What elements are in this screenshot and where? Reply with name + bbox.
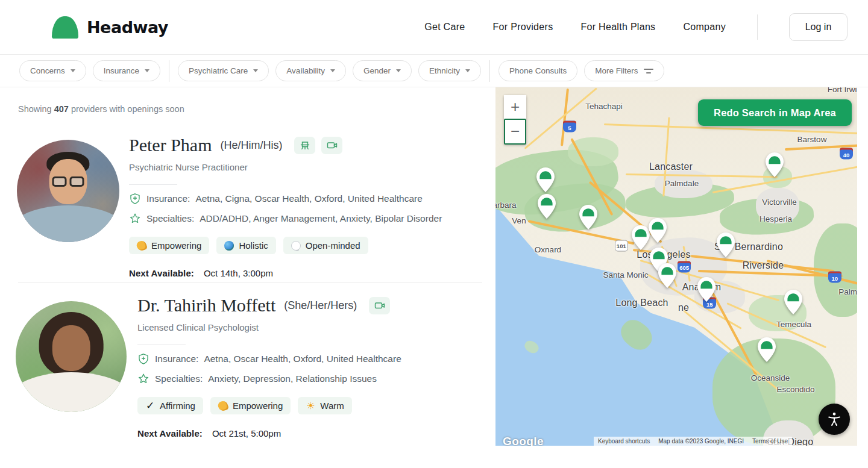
filter-insurance[interactable]: Insurance — [93, 60, 160, 81]
insurance-row: Insurance: Aetna, Cigna, Oscar Health, O… — [129, 193, 442, 205]
map-attribution-item[interactable]: Keyboard shortcuts — [594, 437, 654, 446]
provider-name[interactable]: Dr. Tahirih Moffett — [137, 295, 275, 316]
map-city-label: Long Beach — [615, 298, 668, 308]
nav-for-providers[interactable]: For Providers — [493, 22, 553, 33]
next-available-value: Oct 21st, 5:00pm — [212, 428, 281, 438]
map-city-label: Escondido — [776, 384, 814, 393]
filter-phone-consults[interactable]: Phone Consults — [498, 60, 577, 81]
map-provider-pin[interactable] — [648, 218, 667, 243]
highway-shield-10: 10 — [828, 272, 841, 283]
highway-shield-5: 5 — [563, 121, 576, 133]
map-park-area — [568, 137, 618, 166]
filter-insurance-label: Insurance — [104, 66, 139, 75]
map-city-label: Victorville — [762, 198, 797, 207]
chevron-down-icon — [253, 69, 258, 72]
provider-name[interactable]: Peter Pham — [129, 135, 212, 155]
trait-badges: EmpoweringHolisticOpen-minded — [129, 237, 442, 254]
filter-psychiatric-care[interactable]: Psychiatric Care — [178, 60, 269, 81]
globe-icon — [224, 241, 234, 251]
accessibility-icon — [826, 411, 843, 428]
map-city-label: Oxnard — [535, 245, 561, 254]
map-provider-pin[interactable] — [579, 205, 598, 229]
trait-label: Affirming — [160, 401, 195, 411]
provider-results-panel: Showing 407 providers with openings soon… — [0, 88, 495, 468]
divider — [137, 345, 186, 345]
provider-card[interactable]: Peter Pham (He/Him/His) — [0, 135, 495, 282]
trait-badges: ✓AffirmingEmpowering☀Warm — [137, 397, 401, 414]
map-provider-pin[interactable] — [766, 152, 784, 177]
map-attribution: Keyboard shortcutsMap data ©2023 Google,… — [594, 437, 792, 446]
insurance-label: Insurance: — [155, 354, 198, 364]
map-city-label: Palm S — [838, 287, 857, 296]
provider-pronouns: (She/Her/Hers) — [284, 299, 357, 312]
filter-ethnicity[interactable]: Ethnicity — [418, 60, 481, 81]
avatar-glasses — [52, 176, 84, 187]
map[interactable]: TehachapiFort IrwinBarstowLancasterPalmd… — [495, 87, 857, 446]
filter-concerns[interactable]: Concerns — [19, 60, 86, 81]
map-attribution-item[interactable]: Map data ©2023 Google, INEGI — [654, 437, 748, 446]
chevron-down-icon — [330, 69, 335, 72]
headway-logo-icon — [52, 16, 78, 39]
next-available-row: Next Available: Oct 14th, 3:00pm — [129, 268, 442, 278]
trait-label: Open-minded — [306, 240, 360, 251]
map-provider-pin[interactable] — [697, 277, 715, 302]
provider-avatar[interactable] — [17, 140, 119, 242]
chevron-down-icon — [71, 69, 75, 72]
map-provider-pin[interactable] — [658, 263, 677, 288]
avatar-face — [52, 325, 90, 370]
chevron-down-icon — [396, 69, 401, 72]
map-provider-pin[interactable] — [758, 337, 776, 362]
nav-divider — [757, 14, 758, 40]
map-attribution-item[interactable]: Terms of Use — [748, 437, 792, 446]
trait-badge-open-minded: Open-minded — [283, 237, 368, 254]
highway-shield-101: 101 — [615, 240, 628, 251]
redo-search-button[interactable]: Redo Search in Map Area — [698, 99, 852, 126]
filter-psychiatric-care-label: Psychiatric Care — [189, 66, 248, 75]
trait-badge-affirming: ✓Affirming — [137, 397, 203, 414]
map-provider-pin[interactable] — [538, 194, 556, 219]
trait-label: Warm — [320, 401, 344, 411]
trait-badge-holistic: Holistic — [216, 237, 275, 254]
map-city-label: Lancaster — [649, 161, 693, 172]
map-provider-pin[interactable] — [784, 290, 802, 314]
nav-company[interactable]: Company — [683, 22, 726, 33]
map-provider-pin[interactable] — [536, 167, 555, 192]
map-city-label: Riverside — [743, 260, 784, 271]
filter-availability[interactable]: Availability — [275, 60, 346, 81]
map-provider-pin[interactable] — [717, 232, 735, 257]
nav-get-care[interactable]: Get Care — [424, 22, 465, 33]
filter-gender-label: Gender — [363, 66, 391, 75]
map-city-label: ne — [678, 302, 689, 313]
top-nav-bar: Headway Get Care For Providers For Healt… — [0, 0, 868, 55]
filter-ethnicity-label: Ethnicity — [429, 66, 460, 75]
filter-availability-label: Availability — [286, 66, 325, 75]
next-available-value: Oct 14th, 3:00pm — [204, 268, 273, 278]
session-type-badges — [294, 137, 342, 154]
provider-title: Psychiatric Nurse Practitioner — [129, 162, 442, 172]
video-session-icon — [321, 137, 342, 154]
map-zoom-control: + − — [504, 95, 526, 145]
trait-label: Empowering — [151, 240, 201, 251]
trait-label: Holistic — [239, 240, 268, 251]
provider-card[interactable]: Dr. Tahirih Moffett (She/Her/Hers) Licen… — [0, 295, 495, 443]
insurance-row: Insurance: Aetna, Oscar Health, Oxford, … — [137, 353, 401, 365]
zoom-out-button[interactable]: − — [504, 119, 526, 145]
provider-pronouns: (He/Him/His) — [220, 139, 282, 152]
nav-for-health-plans[interactable]: For Health Plans — [580, 22, 655, 33]
specialties-row: Specialties: ADD/ADHD, Anger Management,… — [129, 213, 442, 225]
specialties-star-icon — [137, 373, 149, 385]
accessibility-button[interactable] — [819, 404, 850, 435]
filter-more-filters[interactable]: More Filters — [584, 60, 664, 81]
insurance-list: Aetna, Cigna, Oscar Health, Oxford, Unit… — [195, 193, 423, 204]
zoom-in-button[interactable]: + — [504, 95, 526, 119]
insurance-shield-icon — [129, 193, 141, 205]
map-provider-pin[interactable] — [632, 225, 650, 250]
provider-avatar[interactable] — [16, 301, 127, 412]
filter-gender[interactable]: Gender — [353, 60, 412, 81]
login-button[interactable]: Log in — [789, 13, 848, 41]
insurance-label: Insurance: — [146, 193, 190, 204]
map-city-label: Hesperia — [760, 214, 792, 223]
results-count-prefix: Showing — [18, 104, 52, 114]
headway-logo[interactable]: Headway — [52, 16, 168, 39]
headway-logo-text: Headway — [87, 18, 168, 37]
